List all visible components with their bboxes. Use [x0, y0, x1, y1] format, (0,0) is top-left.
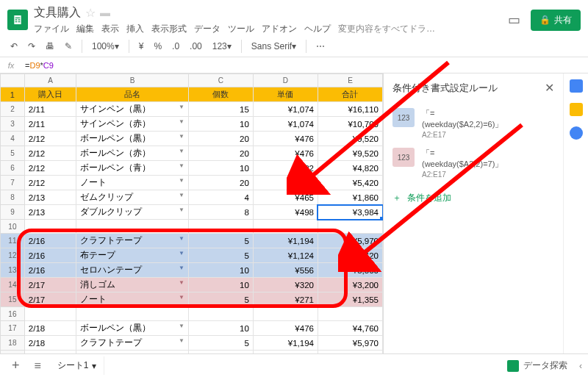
- menu-item[interactable]: 表示形式: [151, 23, 187, 35]
- increase-decimal-button[interactable]: .00: [187, 40, 205, 53]
- dropdown-icon[interactable]: ▼: [179, 323, 184, 329]
- dropdown-icon[interactable]: ▼: [179, 207, 184, 213]
- col-header-row: A B C D E: [1, 74, 383, 87]
- row-header[interactable]: 9: [1, 205, 25, 220]
- close-icon[interactable]: ✕: [545, 81, 554, 95]
- row-header[interactable]: 3: [1, 117, 25, 132]
- percent-button[interactable]: %: [151, 40, 165, 53]
- row-header[interactable]: 15: [1, 292, 25, 307]
- row-header[interactable]: 17: [1, 321, 25, 336]
- dropdown-icon[interactable]: ▼: [179, 294, 184, 301]
- header-row: 1 購入日 品名 個数 単価 合計: [1, 87, 383, 102]
- col-header[interactable]: A: [24, 74, 76, 87]
- side-strip: [563, 73, 588, 358]
- currency-button[interactable]: ¥: [136, 40, 147, 53]
- share-label: 共有: [554, 14, 572, 26]
- rule-swatch: 123: [392, 148, 415, 167]
- menu-item[interactable]: アドオン: [262, 23, 297, 35]
- table-row: 16: [1, 307, 383, 321]
- format-rule[interactable]: 123「=(weekday($A2,2)=7)」A2:E17: [392, 143, 554, 183]
- dropdown-icon[interactable]: ▼: [179, 104, 184, 110]
- row-header[interactable]: 13: [1, 263, 25, 278]
- col-header[interactable]: C: [188, 74, 253, 87]
- zoom-select[interactable]: 100% ▾: [89, 40, 122, 53]
- rule-swatch: 123: [392, 108, 415, 127]
- row-header[interactable]: 11: [1, 234, 25, 248]
- table-row: 132/16セロハンテープ▼10¥556¥5,560: [1, 263, 383, 278]
- keep-icon[interactable]: [570, 103, 583, 116]
- dropdown-icon[interactable]: ▼: [179, 265, 184, 271]
- more-button[interactable]: ⋯: [313, 40, 328, 53]
- formula-bar[interactable]: fx =D9*C9: [0, 57, 588, 73]
- menu-item[interactable]: 挿入: [126, 23, 144, 35]
- explore-icon: [507, 360, 519, 372]
- row-header[interactable]: 16: [1, 307, 25, 321]
- font-select[interactable]: Sans Serif ▾: [248, 40, 299, 53]
- tasks-icon[interactable]: [570, 126, 583, 140]
- table-row: 182/18クラフトテープ▼5¥1,194¥5,970: [1, 336, 383, 351]
- menu-item[interactable]: ツール: [228, 23, 254, 35]
- dropdown-icon[interactable]: ▼: [179, 192, 184, 198]
- chevron-left-icon: ‹: [579, 361, 582, 371]
- dropdown-icon[interactable]: ▼: [179, 118, 184, 125]
- folder-icon[interactable]: ▬: [100, 7, 110, 18]
- dropdown-icon[interactable]: ▼: [179, 279, 184, 286]
- col-header[interactable]: E: [318, 74, 382, 87]
- row-header[interactable]: 6: [1, 161, 25, 176]
- table-row: 52/12ボールペン（赤）▼20¥476¥9,520: [1, 146, 383, 161]
- dropdown-icon[interactable]: ▼: [179, 250, 184, 256]
- doc-title[interactable]: 文具購入: [34, 5, 81, 21]
- dropdown-icon[interactable]: ▼: [179, 148, 184, 154]
- table-row: 72/12ノート▼20¥271¥5,420: [1, 176, 383, 190]
- selected-cell[interactable]: ¥3,984: [318, 205, 382, 220]
- sheet-tabs-bar: + ≡ シート1 ▾ データ探索 ‹: [0, 353, 588, 377]
- row-header[interactable]: 18: [1, 336, 25, 351]
- add-rule-button[interactable]: ＋ 条件を追加: [392, 183, 554, 213]
- lock-icon: 🔒: [539, 15, 551, 25]
- col-header[interactable]: D: [253, 74, 318, 87]
- sheet-tab[interactable]: シート1 ▾: [50, 356, 104, 375]
- row-header[interactable]: 2: [1, 102, 25, 117]
- menu-item[interactable]: ヘルプ: [304, 23, 331, 35]
- row-header[interactable]: 7: [1, 176, 25, 190]
- menu-item[interactable]: ファイル: [34, 23, 69, 35]
- dropdown-icon[interactable]: ▼: [179, 235, 184, 242]
- format-rule[interactable]: 123「=(weekday($A2,2)=6)」A2:E17: [392, 104, 554, 143]
- table-row: 32/11サインペン（赤）▼10¥1,074¥10,700: [1, 117, 383, 132]
- panel-title: 条件付き書式設定ルール: [392, 82, 498, 95]
- row-header[interactable]: 10: [1, 220, 25, 234]
- table-row: 142/17消しゴム▼10¥320¥3,200: [1, 278, 383, 292]
- chevron-down-icon: ▾: [92, 361, 96, 371]
- explore-button[interactable]: データ探索 ‹: [507, 359, 582, 372]
- row-header[interactable]: 14: [1, 278, 25, 292]
- menu-item[interactable]: 表示: [101, 23, 119, 35]
- menu-item[interactable]: データ: [194, 23, 220, 35]
- row-header[interactable]: 12: [1, 248, 25, 263]
- all-sheets-button[interactable]: ≡: [30, 359, 46, 373]
- row-header[interactable]: 8: [1, 190, 25, 205]
- spreadsheet-grid: A B C D E 1 購入日 品名 個数 単価 合計 22/11サインペン（黒…: [0, 73, 383, 358]
- add-sheet-button[interactable]: +: [6, 358, 26, 373]
- col-header[interactable]: B: [76, 74, 189, 87]
- share-button[interactable]: 🔒 共有: [531, 10, 581, 31]
- comment-icon[interactable]: ▭: [508, 12, 520, 28]
- menu-item[interactable]: 編集: [76, 23, 94, 35]
- dropdown-icon[interactable]: ▼: [179, 177, 184, 184]
- table-row: 152/17ノート▼5¥271¥1,355: [1, 292, 383, 307]
- row-header[interactable]: 4: [1, 132, 25, 146]
- star-icon[interactable]: ☆: [85, 6, 96, 20]
- paint-format-button[interactable]: ✎: [62, 40, 75, 53]
- print-button[interactable]: 🖶: [43, 40, 57, 53]
- row-header[interactable]: 5: [1, 146, 25, 161]
- dropdown-icon[interactable]: ▼: [179, 162, 184, 169]
- dropdown-icon[interactable]: ▼: [179, 133, 184, 140]
- calendar-icon[interactable]: [570, 79, 583, 93]
- number-format-select[interactable]: 123 ▾: [209, 40, 234, 53]
- undo-button[interactable]: ↶: [7, 40, 21, 53]
- conditional-format-panel: 条件付き書式設定ルール ✕ 123「=(weekday($A2,2)=6)」A2…: [383, 73, 563, 358]
- toolbar: ↶ ↷ 🖶 ✎ 100% ▾ ¥ % .0 .00 123 ▾ Sans Ser…: [0, 35, 588, 57]
- decrease-decimal-button[interactable]: .0: [169, 40, 182, 53]
- changes-status[interactable]: 変更内容をすべてドラ…: [338, 23, 435, 35]
- dropdown-icon[interactable]: ▼: [179, 337, 184, 344]
- redo-button[interactable]: ↷: [25, 40, 38, 53]
